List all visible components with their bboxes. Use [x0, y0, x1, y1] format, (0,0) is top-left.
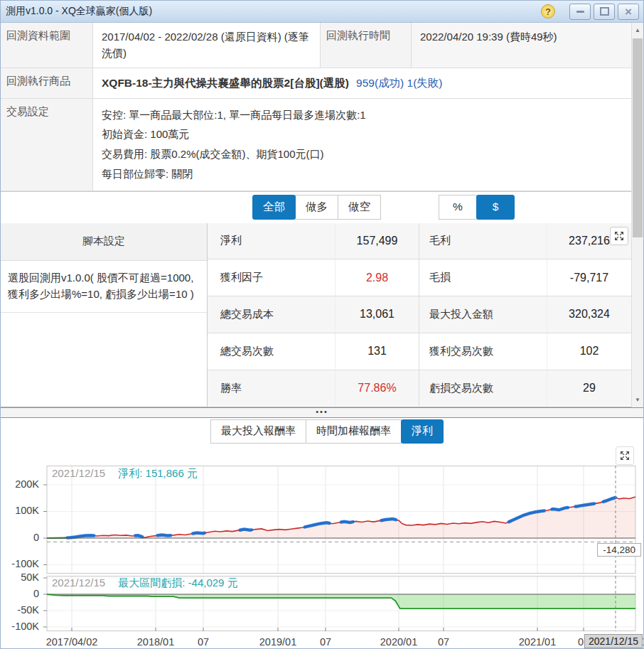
y-axis-tick-label: -100K [1, 558, 39, 569]
tab-time-weighted-return[interactable]: 時間加權報酬率 [306, 419, 402, 444]
stats-expand-button[interactable] [610, 227, 628, 245]
y-axis-tick-label: -50K [1, 604, 39, 616]
stat-label: 最大投入金額 [419, 296, 547, 333]
setting-line: 安控: 單一商品最大部位:1, 單一商品每日最多進場次數:1 [102, 105, 623, 125]
backtest-report-window: { "window": { "title": "測用v1.0.0 - XQ全球贏… [0, 0, 644, 649]
stat-row: 總交易次數131獲利交易次數102 [208, 333, 631, 370]
maximize-button[interactable] [594, 4, 615, 20]
backtest-info-table: 回測資料範圍 2017/04/02 - 2022/02/28 (還原日資料) (… [1, 23, 631, 192]
x-axis-tick-label: 07 [438, 636, 449, 648]
toggle-dollar[interactable]: $ [476, 195, 515, 220]
expand-icon [620, 451, 630, 461]
x-axis-tick-label: 2017/04/02 [46, 636, 98, 648]
help-icon[interactable]: ? [541, 4, 555, 18]
backtest-product-value: XQFB-18-主力與代操共襄盛舉的股票2[台股](選股) 959(成功) 1(… [93, 68, 631, 98]
stat-label: 毛損 [419, 259, 547, 296]
scroll-up-icon[interactable]: ▲ [632, 24, 643, 36]
info-label: 回測執行商品 [1, 68, 93, 98]
window-title: 測用v1.0.0 - XQ全球贏家(個人版) [6, 5, 541, 18]
net-profit-chart[interactable] [1, 466, 644, 574]
x-axis-tick-label: 07 [320, 636, 331, 648]
stat-value: 29 [547, 370, 631, 407]
drawdown-annotation: 2021/12/15 最大區間虧損: -44,029 元 [52, 576, 238, 590]
info-label: 回測資料範圍 [1, 23, 93, 68]
y-axis-tick-label: -100K [1, 621, 39, 632]
chart-tabs: 最大投入報酬率 時間加權報酬率 淨利 [210, 419, 444, 444]
tab-long[interactable]: 做多 [295, 195, 338, 220]
maximize-icon [600, 7, 609, 16]
pane-splitter[interactable]: ••• [1, 407, 643, 418]
stat-label: 獲利交易次數 [419, 333, 547, 370]
direction-tabs: 全部 做多 做空 [252, 195, 381, 220]
info-row-range: 回測資料範圍 2017/04/02 - 2022/02/28 (還原日資料) (… [1, 23, 631, 68]
tab-all[interactable]: 全部 [252, 195, 296, 220]
stat-row: 獲利因子2.98毛損-79,717 [208, 259, 631, 296]
filter-row: 全部 做多 做空 % $ [1, 192, 631, 223]
minimize-icon [576, 11, 584, 13]
stat-label: 虧損交易次數 [419, 370, 547, 407]
info-row-settings: 交易設定 安控: 單一商品最大部位:1, 單一商品每日最多進場次數:1 初始資金… [1, 99, 631, 191]
stat-value: 320,324 [547, 296, 631, 333]
close-icon: × [625, 6, 632, 18]
setting-line: 初始資金: 100萬元 [102, 124, 623, 144]
x-axis-tick-label: 2019/01 [259, 636, 296, 648]
toggle-percent[interactable]: % [439, 195, 477, 220]
stat-label: 獲利因子 [208, 259, 336, 296]
stat-label: 毛利 [419, 223, 547, 259]
y-axis-tick-label: 0 [1, 532, 39, 543]
info-row-product: 回測執行商品 XQFB-18-主力與代操共襄盛舉的股票2[台股](選股) 959… [1, 68, 631, 99]
chart-tabs-row: 最大投入報酬率 時間加權報酬率 淨利 [1, 418, 643, 444]
unit-toggle: % $ [439, 195, 515, 220]
stat-value: 102 [547, 333, 631, 370]
minimize-button[interactable] [569, 4, 591, 20]
chart-area: 2021/12/15 淨利: 151,866 元 2021/12/15 最大區間… [1, 444, 643, 649]
drawdown-value-label: 最大區間虧損: -44,029 元 [118, 576, 237, 589]
script-settings-desc: 選股回測用v1.0.0( 股價不可超過=1000, 獲利多少出場%=10, 虧損… [1, 261, 207, 313]
crosshair-date-label: 2021/12/15 [52, 467, 105, 479]
net-profit-value-label: 淨利: 151,866 元 [118, 467, 198, 479]
backtest-range-value: 2017/04/02 - 2022/02/28 (還原日資料) (逐筆洗價) [93, 23, 321, 68]
script-settings-header: 腳本設定 [1, 223, 207, 261]
info-label: 回測執行時間 [321, 23, 412, 68]
stat-value: 77.86% [336, 370, 419, 407]
stats-grid: 淨利157,499毛利237,216獲利因子2.98毛損-79,717總交易成本… [208, 223, 631, 407]
y-axis-tick-label: 100K [1, 505, 39, 516]
stat-label: 淨利 [208, 223, 336, 259]
product-result-link[interactable]: 959(成功) 1(失敗) [356, 77, 442, 89]
setting-line: 交易費用: 股票0.2%(成交金額)、期貨100元(口) [102, 144, 623, 164]
setting-line: 每日部位歸零: 關閉 [102, 164, 623, 184]
stat-label: 總交易次數 [208, 333, 336, 370]
info-label: 交易設定 [1, 99, 93, 191]
scrollbar-thumb[interactable] [633, 38, 643, 237]
x-axis-tick-label: 2020/01 [380, 636, 417, 648]
y-axis-tick-label: 50K [1, 572, 39, 583]
close-button[interactable]: × [618, 4, 639, 20]
stats-section: 腳本設定 選股回測用v1.0.0( 股價不可超過=1000, 獲利多少出場%=1… [1, 223, 631, 407]
x-axis-tick-label: 2021/01 [519, 636, 556, 648]
stat-value: 13,061 [336, 296, 419, 333]
y-axis-tick-label: 0 [1, 588, 39, 599]
titlebar: 測用v1.0.0 - XQ全球贏家(個人版) ? × [1, 1, 643, 23]
backtest-exec-time-value: 2022/04/20 19:39 (費時49秒) [412, 23, 631, 68]
trade-settings-value: 安控: 單一商品最大部位:1, 單一商品每日最多進場次數:1 初始資金: 100… [93, 99, 631, 191]
x-axis-tick-label: 2018/01 [137, 636, 174, 648]
tab-max-invest-return[interactable]: 最大投入報酬率 [210, 419, 306, 444]
scroll-down-icon[interactable]: ▼ [632, 394, 643, 406]
expand-icon [614, 231, 624, 241]
product-name: XQFB-18-主力與代操共襄盛舉的股票2[台股](選股) [102, 77, 349, 89]
vertical-scrollbar[interactable]: ▲ ▼ [631, 23, 643, 407]
x-axis-tick-label: 07 [198, 636, 209, 648]
stat-value: 157,499 [336, 223, 419, 259]
drawdown-level-badge: -14,280 [597, 543, 641, 557]
tab-net-profit[interactable]: 淨利 [401, 419, 444, 444]
tab-short[interactable]: 做空 [338, 195, 381, 220]
stat-value: -79,717 [547, 259, 631, 296]
y-axis-tick-label: 200K [1, 478, 39, 490]
stat-row: 淨利157,499毛利237,216 [208, 223, 631, 260]
stat-row: 勝率77.86%虧損交易次數29 [208, 370, 631, 407]
net-profit-annotation: 2021/12/15 淨利: 151,866 元 [52, 467, 198, 481]
crosshair-axis-badge: 2021/12/15 [584, 634, 643, 648]
crosshair-date-label: 2021/12/15 [52, 576, 105, 589]
chart-expand-button[interactable] [616, 446, 634, 465]
stat-label: 總交易成本 [208, 296, 336, 333]
